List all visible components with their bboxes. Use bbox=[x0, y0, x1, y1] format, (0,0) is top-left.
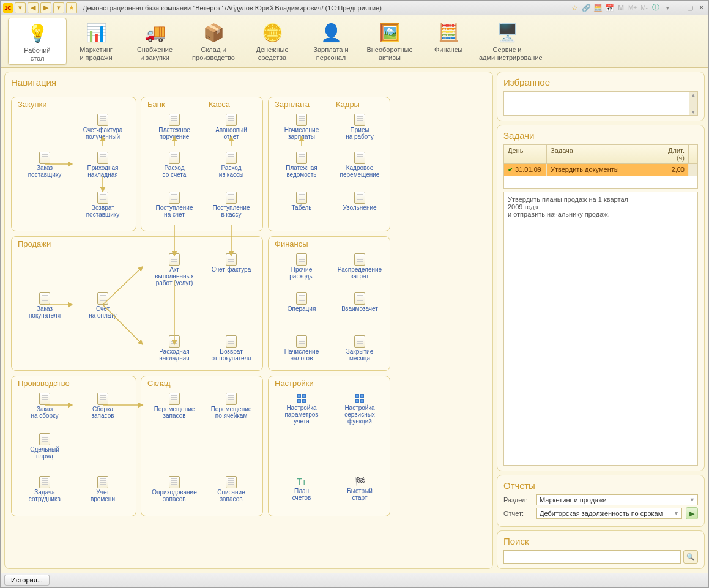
doc-receipt-account[interactable]: Поступление на счет bbox=[147, 192, 202, 218]
doc-return-supplier[interactable]: Возврат поставщику bbox=[75, 192, 130, 218]
task-row[interactable]: ✔ 31.01.09 Утвердить документы 2,00 bbox=[504, 164, 697, 176]
document-icon bbox=[226, 393, 237, 405]
document-icon bbox=[226, 192, 237, 204]
tab-finance[interactable]: 🧮Финансы bbox=[419, 18, 478, 65]
group-production-title: Производство bbox=[18, 379, 70, 388]
col-duration[interactable]: Длит. (ч) bbox=[655, 145, 689, 163]
tab-assets[interactable]: 🖼️Внеоборотные активы bbox=[360, 18, 419, 65]
favorite-star-icon[interactable]: ★ bbox=[66, 2, 77, 13]
doc-timesheet[interactable]: Табель bbox=[274, 192, 329, 211]
doc-expense-cash[interactable]: Расход из кассы bbox=[204, 152, 259, 178]
main-toolbar: 💡Рабочий стол 📊Маркетинг и продажи 🚚Снаб… bbox=[1, 15, 708, 68]
info-icon[interactable]: ⓘ bbox=[651, 3, 661, 13]
history-button[interactable]: История... bbox=[4, 575, 50, 586]
doc-tax-charge[interactable]: Начисление налогов bbox=[274, 335, 329, 362]
doc-buyer-order[interactable]: Заказ покупателя bbox=[17, 292, 72, 319]
doc-operation[interactable]: Операция bbox=[274, 292, 329, 312]
cfg-accounting-params[interactable]: Настройка параметров учета bbox=[274, 393, 329, 425]
bookmark-star-icon[interactable]: ☆ bbox=[570, 3, 579, 13]
tab-money[interactable]: 🪙Денежные средства bbox=[243, 18, 302, 65]
favorites-list[interactable]: ▴▾ bbox=[503, 91, 698, 116]
doc-expense-account[interactable]: Расход со счета bbox=[147, 152, 202, 178]
run-report-button[interactable]: ▶ bbox=[686, 507, 698, 519]
doc-stock-writeoff[interactable]: Списание запасов bbox=[204, 476, 259, 502]
doc-employee-task[interactable]: Задача сотрудника bbox=[17, 476, 72, 502]
document-icon bbox=[39, 393, 50, 405]
maximize-button[interactable]: ▢ bbox=[685, 3, 695, 13]
task-check-icon: ✔ bbox=[508, 166, 513, 173]
minimize-button[interactable]: — bbox=[674, 3, 684, 13]
window-title: Демонстрационная база компании "Ветерок"… bbox=[79, 4, 568, 12]
flag-icon: 🏁 bbox=[354, 476, 365, 487]
calculator-icon[interactable]: 🧮 bbox=[593, 3, 603, 13]
calendar-icon[interactable]: 📅 bbox=[604, 3, 614, 13]
tab-admin[interactable]: 🖥️Сервис и администрирование bbox=[478, 18, 536, 65]
doc-payment-invoice[interactable]: Счет на оплату bbox=[75, 292, 130, 319]
col-day[interactable]: День bbox=[504, 145, 547, 163]
doc-piece-order[interactable]: Сдельный наряд bbox=[17, 433, 72, 460]
doc-cost-allocation[interactable]: Распределение затрат bbox=[332, 253, 387, 280]
m-plus-button[interactable]: M+ bbox=[628, 3, 637, 13]
cfg-chart-accounts[interactable]: ТтПлан счетов bbox=[274, 476, 329, 501]
doc-netting[interactable]: Взаимозачет bbox=[332, 292, 387, 312]
report-select[interactable]: Дебиторская задолженность по срокам▼ bbox=[536, 508, 682, 519]
doc-order-supplier[interactable]: Заказ поставщику bbox=[17, 152, 72, 178]
doc-stock-assembly[interactable]: Сборка запасов bbox=[75, 393, 130, 419]
doc-month-close[interactable]: Закрытие месяца bbox=[332, 335, 387, 362]
doc-return-buyer[interactable]: Возврат от покупателя bbox=[204, 335, 259, 362]
doc-work-act[interactable]: Акт выполненных работ (услуг) bbox=[147, 253, 202, 286]
doc-dismissal[interactable]: Увольнение bbox=[332, 192, 387, 211]
search-button[interactable]: 🔍 bbox=[683, 550, 698, 564]
doc-assembly-order[interactable]: Заказ на сборку bbox=[17, 393, 72, 419]
doc-stock-transfer[interactable]: Перемещение запасов bbox=[147, 393, 202, 419]
doc-invoice-issued[interactable]: Счет-фактура bbox=[204, 253, 259, 273]
document-icon bbox=[226, 152, 237, 164]
col-task[interactable]: Задача bbox=[547, 145, 655, 163]
forward-button[interactable]: ▶ bbox=[40, 2, 51, 13]
cfg-service-funcs[interactable]: Настройка сервисных функций bbox=[332, 393, 387, 425]
document-icon bbox=[169, 393, 180, 405]
doc-cell-transfer[interactable]: Перемещение по ячейкам bbox=[204, 393, 259, 419]
chevron-down-icon: ▼ bbox=[674, 510, 679, 516]
document-icon bbox=[354, 335, 365, 348]
dropdown2-icon[interactable]: ▾ bbox=[53, 2, 64, 13]
dropdown-icon[interactable]: ▾ bbox=[15, 2, 26, 13]
doc-other-expenses[interactable]: Прочие расходы bbox=[274, 253, 329, 280]
doc-payroll[interactable]: Начисление зарплаты bbox=[274, 114, 329, 140]
magnifier-icon: 🔍 bbox=[686, 553, 695, 561]
link-icon[interactable]: 🔗 bbox=[581, 3, 591, 13]
doc-invoice-received[interactable]: Счет-фактура полученный bbox=[75, 114, 130, 140]
doc-pay-sheet[interactable]: Платежная ведомость bbox=[274, 152, 329, 178]
document-icon bbox=[296, 192, 307, 204]
doc-hr-transfer[interactable]: Кадровое перемещение bbox=[332, 152, 387, 178]
info-dropdown[interactable]: ▾ bbox=[663, 3, 672, 13]
tab-supply[interactable]: 🚚Снабжение и закупки bbox=[125, 18, 184, 65]
tab-warehouse-prod[interactable]: 📦Склад и производство bbox=[184, 18, 243, 65]
doc-stock-capitalize[interactable]: Оприходование запасов bbox=[147, 476, 202, 502]
document-icon bbox=[296, 152, 307, 164]
config-icon bbox=[354, 393, 365, 404]
m-button[interactable]: M bbox=[616, 3, 626, 13]
doc-outgoing-invoice[interactable]: Расходная накладная bbox=[147, 335, 202, 362]
doc-advance-report[interactable]: Авансовый отчет bbox=[204, 114, 259, 140]
favorites-scrollbar[interactable]: ▴▾ bbox=[689, 92, 697, 115]
computer-icon: 🖥️ bbox=[492, 20, 522, 45]
task-description: Утвердить планы продаж на 1 квартал 2009… bbox=[503, 192, 698, 466]
section-select[interactable]: Маркетинг и продажи▼ bbox=[536, 494, 698, 505]
doc-receipt-cash[interactable]: Поступление в кассу bbox=[204, 192, 259, 218]
document-icon bbox=[97, 114, 108, 126]
cfg-quick-start[interactable]: 🏁Быстрый старт bbox=[332, 476, 387, 501]
tab-salary[interactable]: 👤Зарплата и персонал bbox=[302, 18, 360, 65]
chart-accounts-icon: Тт bbox=[296, 476, 307, 487]
tab-desktop[interactable]: 💡Рабочий стол bbox=[8, 18, 67, 65]
search-input[interactable] bbox=[503, 550, 681, 564]
back-button[interactable]: ◀ bbox=[28, 2, 39, 13]
close-button[interactable]: ✕ bbox=[696, 3, 706, 13]
tab-marketing[interactable]: 📊Маркетинг и продажи bbox=[67, 18, 125, 65]
m-minus-button[interactable]: M- bbox=[639, 3, 649, 13]
doc-payment-order[interactable]: Платежное поручение bbox=[147, 114, 202, 140]
doc-time-tracking[interactable]: Учет времени bbox=[75, 476, 130, 502]
group-sales-title: Продажи bbox=[18, 239, 51, 248]
doc-incoming-invoice[interactable]: Приходная накладная bbox=[75, 152, 130, 178]
doc-hiring[interactable]: Прием на работу bbox=[332, 114, 387, 140]
